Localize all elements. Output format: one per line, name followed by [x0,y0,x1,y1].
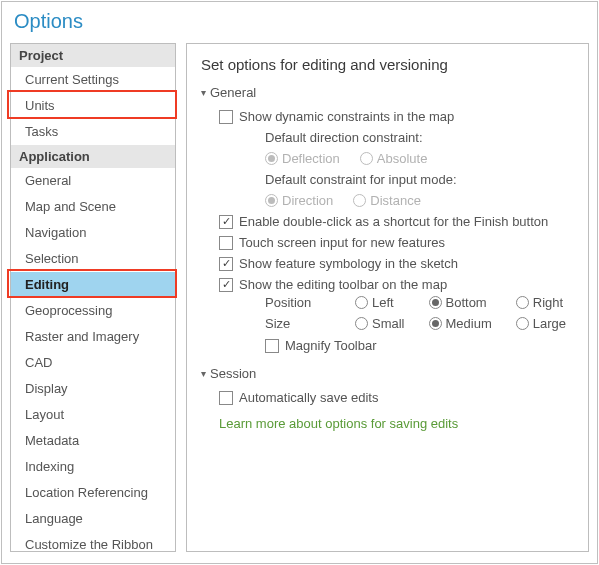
radio-icon [353,194,366,207]
radio-direction: Direction [265,193,333,208]
sidebar-item-units[interactable]: Units [11,93,175,119]
checkbox-magnify-toolbar[interactable] [265,339,279,353]
sidebar-item-tasks[interactable]: Tasks [11,119,175,145]
sidebar-group-project: Project [11,44,175,67]
label-position: Position [265,295,345,310]
sidebar-item-language[interactable]: Language [11,506,175,532]
window-body: Project Current Settings Units Tasks App… [2,43,597,560]
radio-icon [429,317,442,330]
section-session-body: Automatically save edits [219,387,574,408]
label-show-toolbar: Show the editing toolbar on the map [239,277,447,292]
section-session-header[interactable]: ▾ Session [201,366,574,381]
radio-icon [516,317,529,330]
radio-size-small[interactable]: Small [355,316,405,331]
window-title: Options [2,2,597,43]
sidebar-item-location-referencing[interactable]: Location Referencing [11,480,175,506]
sidebar-item-navigation[interactable]: Navigation [11,220,175,246]
checkbox-show-dynamic-constraints[interactable] [219,110,233,124]
radio-deflection: Deflection [265,151,340,166]
radio-position-right[interactable]: Right [516,295,566,310]
radio-icon [429,296,442,309]
radio-icon [355,317,368,330]
sidebar-item-customize-the-ribbon[interactable]: Customize the Ribbon [11,532,175,558]
checkbox-enable-doubleclick[interactable] [219,215,233,229]
section-general-body: Show dynamic constraints in the map Defa… [219,106,574,356]
radio-size-medium[interactable]: Medium [429,316,492,331]
sidebar-item-map-and-scene[interactable]: Map and Scene [11,194,175,220]
label-size: Size [265,316,345,331]
radio-icon [265,194,278,207]
radio-position-bottom[interactable]: Bottom [429,295,492,310]
sidebar-item-geoprocessing[interactable]: Geoprocessing [11,298,175,324]
label-show-dynamic-constraints: Show dynamic constraints in the map [239,109,454,124]
radio-icon [360,152,373,165]
checkbox-feature-symbology[interactable] [219,257,233,271]
section-general-label: General [210,85,256,100]
label-feature-symbology: Show feature symbology in the sketch [239,256,458,271]
checkbox-auto-save-edits[interactable] [219,391,233,405]
sidebar-item-current-settings[interactable]: Current Settings [11,67,175,93]
section-session-label: Session [210,366,256,381]
sidebar-item-metadata[interactable]: Metadata [11,428,175,454]
radio-distance: Distance [353,193,421,208]
sidebar-group-application: Application [11,145,175,168]
options-window: Options Project Current Settings Units T… [1,1,598,564]
content-panel: Set options for editing and versioning ▾… [186,43,589,552]
label-auto-save-edits: Automatically save edits [239,390,378,405]
sidebar-item-selection[interactable]: Selection [11,246,175,272]
sidebar-item-cad[interactable]: CAD [11,350,175,376]
checkbox-show-toolbar[interactable] [219,278,233,292]
label-touchscreen-input: Touch screen input for new features [239,235,445,250]
label-default-direction: Default direction constraint: [265,127,574,148]
sidebar-item-layout[interactable]: Layout [11,402,175,428]
label-enable-doubleclick: Enable double-click as a shortcut for th… [239,214,548,229]
radio-position-left[interactable]: Left [355,295,405,310]
learn-more-link[interactable]: Learn more about options for saving edit… [219,416,458,431]
page-title: Set options for editing and versioning [201,56,574,73]
label-magnify-toolbar: Magnify Toolbar [285,338,377,353]
radio-size-large[interactable]: Large [516,316,566,331]
label-default-input-mode: Default constraint for input mode: [265,169,574,190]
sidebar-item-editing[interactable]: Editing [11,272,175,298]
sidebar-item-general[interactable]: General [11,168,175,194]
chevron-down-icon: ▾ [201,87,206,98]
radio-icon [355,296,368,309]
radio-icon [265,152,278,165]
chevron-down-icon: ▾ [201,368,206,379]
radio-icon [516,296,529,309]
checkbox-touchscreen-input[interactable] [219,236,233,250]
sidebar: Project Current Settings Units Tasks App… [10,43,176,552]
sidebar-item-raster-and-imagery[interactable]: Raster and Imagery [11,324,175,350]
section-general-header[interactable]: ▾ General [201,85,574,100]
sidebar-item-display[interactable]: Display [11,376,175,402]
sidebar-item-indexing[interactable]: Indexing [11,454,175,480]
radio-absolute: Absolute [360,151,428,166]
